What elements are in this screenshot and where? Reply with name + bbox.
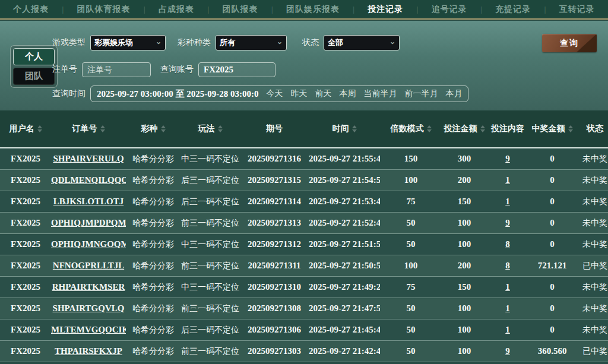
bet-content-link[interactable]: 1 [505, 197, 510, 206]
quick-range-4[interactable]: 本周 [339, 88, 356, 99]
report-mode-group: 个人 团队 [10, 45, 58, 88]
nav-tab-8[interactable]: 充提记录 [495, 4, 531, 15]
cell-win-amount: 0 [528, 154, 576, 164]
filter-panel: 个人 团队 游戏类型 彩票娱乐场 ⌄ 彩种种类 所有 ⌄ 状态 全部 ⌄ 注单号… [0, 21, 608, 110]
quick-range-5[interactable]: 当前半月 [363, 88, 397, 99]
order-no-label: 注单号 [52, 64, 77, 75]
cell-lottery: 哈希分分彩 [126, 218, 180, 229]
sort-arrows-icon[interactable] [352, 125, 357, 132]
game-type-select[interactable]: 彩票娱乐场 ⌄ [90, 35, 166, 50]
filter-row-2: 注单号 查询账号 [52, 62, 276, 77]
bet-content-link[interactable]: 9 [505, 346, 510, 356]
column-label: 订单号 [72, 124, 97, 134]
order-id-link[interactable]: LBJKSLOTLOTJ [53, 197, 124, 206]
column-label: 状态 [587, 124, 603, 134]
cell-play: 后三一码不定位 [180, 175, 240, 186]
cell-lottery: 哈希分分彩 [126, 346, 180, 357]
order-id-link[interactable]: QDLMENQILQQO [51, 175, 126, 185]
filter-row-3: 查询时间 2025-09-27 03:00:00 至 2025-09-28 03… [52, 86, 468, 102]
sort-arrows-icon[interactable] [218, 125, 223, 132]
cell-time: 2025-09-27 21:45:43 [309, 325, 380, 335]
table-row: FX2025SHPAIRVERULQ哈希分分彩中三一码不定位2025092713… [0, 148, 608, 170]
quick-range-6[interactable]: 前一半月 [404, 88, 438, 99]
cell-time: 2025-09-27 21:47:53 [309, 303, 380, 314]
nav-tab-1[interactable]: 个人报表 [13, 4, 49, 15]
column-header-10[interactable]: 中奖金额 [528, 124, 576, 134]
order-id-link[interactable]: OPHIQJMPDPQM [51, 218, 126, 227]
cell-lottery: 哈希分分彩 [126, 325, 180, 335]
quick-range-7[interactable]: 本月 [445, 88, 462, 99]
chevron-down-icon: ⌄ [390, 38, 395, 45]
table-row: FX2025OPHIQJMPDPQM哈希分分彩前三一码不定位2025092713… [0, 213, 608, 234]
quick-range-2[interactable]: 昨天 [290, 88, 307, 99]
column-label: 用户名 [10, 124, 34, 134]
sort-arrows-icon[interactable] [100, 125, 105, 132]
cell-time: 2025-09-27 21:54:53 [309, 175, 380, 185]
bet-content-link[interactable]: 1 [505, 303, 510, 313]
mode-team-button[interactable]: 团队 [13, 68, 55, 85]
bet-content-link[interactable]: 1 [505, 325, 510, 334]
cell-order-id: OPHIQJMNGOQM [51, 239, 126, 249]
order-id-link[interactable]: RHPAIRTKMSER [52, 282, 125, 292]
sort-arrows-icon[interactable] [161, 125, 166, 132]
bet-content-link[interactable]: 9 [505, 218, 510, 227]
column-header-4[interactable]: 玩法 [180, 124, 240, 134]
order-id-link[interactable]: MLTEMVGQOCIK [51, 325, 126, 334]
nav-tab-5[interactable]: 团队娱乐报表 [286, 4, 340, 15]
column-header-3[interactable]: 彩种 [126, 124, 180, 134]
cell-play: 前三一码不定位 [180, 261, 240, 271]
order-id-link[interactable]: SHPAIRTGQVLQ [53, 303, 125, 313]
cell-play: 前三一码不定位 [180, 303, 240, 314]
cell-bet-content: 8 [487, 261, 528, 271]
quick-range-3[interactable]: 前天 [315, 88, 331, 99]
cell-status: 未中奖 [576, 239, 608, 250]
sort-arrows-icon[interactable] [427, 125, 432, 132]
time-range-input[interactable]: 2025-09-27 03:00:00 至 2025-09-28 03:00:0 [97, 88, 258, 100]
quick-range-1[interactable]: 今天 [266, 88, 283, 99]
cell-status: 未中奖 [576, 282, 608, 293]
nav-tab-7[interactable]: 追号记录 [432, 4, 467, 15]
column-header-8[interactable]: 投注金额 [442, 124, 487, 134]
nav-tab-2[interactable]: 团队体育报表 [77, 4, 131, 15]
sort-arrows-icon[interactable] [568, 125, 573, 132]
nav-tab-9[interactable]: 互转记录 [559, 4, 595, 15]
cell-lottery: 哈希分分彩 [126, 261, 180, 271]
bet-content-link[interactable]: 1 [505, 175, 510, 185]
order-id-link[interactable]: NFNOGPRLLTJL [53, 261, 124, 270]
bet-content-link[interactable]: 8 [505, 239, 510, 249]
bet-content-link[interactable]: 9 [505, 154, 510, 163]
order-id-link[interactable]: THPAIRSFKXJP [55, 346, 122, 356]
account-input[interactable] [198, 62, 276, 77]
nav-tab-4[interactable]: 团队报表 [222, 4, 258, 15]
order-id-link[interactable]: OPHIQJMNGOQM [51, 239, 126, 249]
column-header-7[interactable]: 倍数模式 [380, 124, 442, 134]
column-header-6[interactable]: 时间 [309, 124, 380, 134]
lottery-kind-select[interactable]: 所有 ⌄ [216, 35, 287, 50]
mode-personal-button[interactable]: 个人 [13, 48, 55, 65]
cell-issue: 202509271312 [240, 239, 309, 249]
cell-issue: 202509271308 [240, 303, 309, 314]
bet-content-link[interactable]: 1 [505, 282, 510, 292]
bet-records-table: 用户名订单号彩种玩法期号时间倍数模式投注金额投注内容中奖金额状态 FX2025S… [0, 110, 608, 362]
status-select[interactable]: 全部 ⌄ [324, 35, 400, 50]
column-header-1[interactable]: 用户名 [0, 124, 51, 134]
cell-multiplier: 100 [380, 261, 442, 271]
bet-content-link[interactable]: 8 [505, 261, 510, 270]
nav-separator: | [544, 5, 546, 14]
table-body: FX2025SHPAIRVERULQ哈希分分彩中三一码不定位2025092713… [0, 148, 608, 362]
search-button[interactable]: 查询 [542, 34, 597, 52]
cell-bet-amount: 100 [442, 239, 487, 249]
nav-tab-3[interactable]: 占成报表 [159, 4, 194, 15]
order-id-link[interactable]: SHPAIRVERULQ [53, 154, 124, 163]
sort-arrows-icon[interactable] [37, 125, 42, 132]
column-header-2[interactable]: 订单号 [51, 124, 126, 134]
nav-tab-6[interactable]: 投注记录 [368, 4, 403, 15]
table-row: FX2025THPAIRSFKXJP哈希分分彩前三一码不定位2025092713… [0, 341, 608, 362]
cell-play: 前三一码不定位 [180, 346, 240, 357]
cell-multiplier: 100 [380, 175, 442, 185]
cell-bet-content: 1 [487, 197, 528, 207]
cell-bet-content: 1 [487, 303, 528, 314]
sort-arrows-icon[interactable] [480, 125, 485, 132]
order-no-input[interactable] [82, 62, 151, 77]
cell-bet-content: 9 [487, 218, 528, 228]
